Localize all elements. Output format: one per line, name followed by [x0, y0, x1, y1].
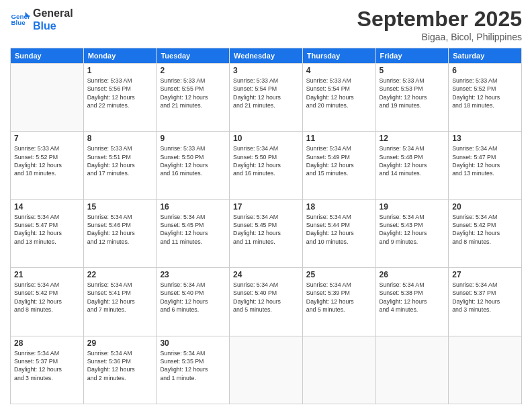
day-number: 4	[306, 66, 372, 75]
header: General Blue General Blue September 2025…	[10, 7, 522, 42]
day-number: 1	[87, 66, 153, 75]
day-info: Sunrise: 5:34 AMSunset: 5:43 PMDaylight:…	[380, 213, 445, 246]
day-number: 9	[160, 134, 226, 143]
logo-general: General	[33, 7, 73, 19]
day-number: 2	[160, 66, 226, 75]
day-info: Sunrise: 5:34 AMSunset: 5:39 PMDaylight:…	[306, 281, 372, 314]
day-cell: 8Sunrise: 5:33 AMSunset: 5:51 PMDaylight…	[83, 132, 157, 199]
day-info: Sunrise: 5:34 AMSunset: 5:46 PMDaylight:…	[87, 213, 153, 246]
day-cell: 30Sunrise: 5:34 AMSunset: 5:35 PMDayligh…	[157, 336, 230, 404]
day-header-tuesday: Tuesday	[157, 48, 230, 64]
day-number: 23	[160, 270, 226, 279]
day-cell	[302, 336, 375, 404]
day-info: Sunrise: 5:34 AMSunset: 5:47 PMDaylight:…	[14, 213, 80, 246]
day-info: Sunrise: 5:34 AMSunset: 5:40 PMDaylight:…	[233, 281, 299, 314]
day-number: 12	[380, 134, 445, 143]
day-number: 20	[452, 202, 518, 212]
day-number: 6	[452, 66, 518, 75]
day-cell: 23Sunrise: 5:34 AMSunset: 5:40 PMDayligh…	[157, 268, 230, 336]
day-cell: 19Sunrise: 5:34 AMSunset: 5:43 PMDayligh…	[375, 199, 449, 267]
day-number: 3	[233, 66, 299, 75]
day-cell: 1Sunrise: 5:33 AMSunset: 5:56 PMDaylight…	[83, 64, 157, 132]
day-number: 21	[14, 270, 80, 279]
day-cell	[11, 64, 84, 132]
day-info: Sunrise: 5:34 AMSunset: 5:48 PMDaylight:…	[380, 144, 445, 177]
day-cell: 2Sunrise: 5:33 AMSunset: 5:55 PMDaylight…	[157, 64, 230, 132]
day-info: Sunrise: 5:33 AMSunset: 5:55 PMDaylight:…	[160, 77, 226, 109]
day-cell: 10Sunrise: 5:34 AMSunset: 5:50 PMDayligh…	[230, 132, 303, 199]
day-cell: 24Sunrise: 5:34 AMSunset: 5:40 PMDayligh…	[230, 268, 303, 336]
day-cell: 20Sunrise: 5:34 AMSunset: 5:42 PMDayligh…	[449, 199, 522, 267]
day-cell: 11Sunrise: 5:34 AMSunset: 5:49 PMDayligh…	[302, 132, 375, 199]
day-number: 7	[14, 134, 80, 143]
day-cell: 18Sunrise: 5:34 AMSunset: 5:44 PMDayligh…	[302, 199, 375, 267]
day-number: 13	[452, 134, 518, 143]
day-info: Sunrise: 5:34 AMSunset: 5:44 PMDaylight:…	[306, 213, 372, 246]
day-info: Sunrise: 5:33 AMSunset: 5:52 PMDaylight:…	[14, 144, 80, 177]
day-info: Sunrise: 5:33 AMSunset: 5:54 PMDaylight:…	[306, 77, 372, 109]
day-number: 19	[380, 202, 445, 212]
day-cell: 15Sunrise: 5:34 AMSunset: 5:46 PMDayligh…	[83, 199, 157, 267]
day-number: 29	[87, 338, 153, 348]
day-info: Sunrise: 5:33 AMSunset: 5:52 PMDaylight:…	[452, 77, 518, 109]
day-cell: 4Sunrise: 5:33 AMSunset: 5:54 PMDaylight…	[302, 64, 375, 132]
day-cell: 13Sunrise: 5:34 AMSunset: 5:47 PMDayligh…	[449, 132, 522, 199]
day-cell	[375, 336, 449, 404]
day-cell: 3Sunrise: 5:33 AMSunset: 5:54 PMDaylight…	[230, 64, 303, 132]
day-number: 15	[87, 202, 153, 212]
day-header-sunday: Sunday	[11, 48, 84, 64]
logo-blue: Blue	[33, 19, 73, 32]
day-cell: 25Sunrise: 5:34 AMSunset: 5:39 PMDayligh…	[302, 268, 375, 336]
logo: General Blue General Blue	[10, 7, 73, 32]
day-cell	[230, 336, 303, 404]
day-cell: 7Sunrise: 5:33 AMSunset: 5:52 PMDaylight…	[11, 132, 84, 199]
day-info: Sunrise: 5:33 AMSunset: 5:54 PMDaylight:…	[233, 77, 299, 109]
day-cell: 6Sunrise: 5:33 AMSunset: 5:52 PMDaylight…	[449, 64, 522, 132]
day-cell: 9Sunrise: 5:33 AMSunset: 5:50 PMDaylight…	[157, 132, 230, 199]
day-number: 27	[452, 270, 518, 279]
day-cell: 5Sunrise: 5:33 AMSunset: 5:53 PMDaylight…	[375, 64, 449, 132]
day-number: 16	[160, 202, 226, 212]
day-number: 28	[14, 338, 80, 348]
day-number: 18	[306, 202, 372, 212]
day-number: 14	[14, 202, 80, 212]
day-number: 11	[306, 134, 372, 143]
week-row-4: 21Sunrise: 5:34 AMSunset: 5:42 PMDayligh…	[11, 268, 522, 336]
svg-text:Blue: Blue	[11, 19, 26, 26]
day-info: Sunrise: 5:34 AMSunset: 5:50 PMDaylight:…	[233, 144, 299, 177]
day-info: Sunrise: 5:34 AMSunset: 5:49 PMDaylight:…	[306, 144, 372, 177]
day-header-saturday: Saturday	[449, 48, 522, 64]
title-block: September 2025 Bigaa, Bicol, Philippines	[357, 7, 522, 42]
day-number: 17	[233, 202, 299, 212]
day-cell	[449, 336, 522, 404]
day-cell: 27Sunrise: 5:34 AMSunset: 5:37 PMDayligh…	[449, 268, 522, 336]
day-info: Sunrise: 5:34 AMSunset: 5:36 PMDaylight:…	[87, 349, 153, 382]
day-header-friday: Friday	[375, 48, 449, 64]
week-row-2: 7Sunrise: 5:33 AMSunset: 5:52 PMDaylight…	[11, 132, 522, 199]
month-title: September 2025	[357, 7, 522, 32]
day-cell: 29Sunrise: 5:34 AMSunset: 5:36 PMDayligh…	[83, 336, 157, 404]
day-info: Sunrise: 5:34 AMSunset: 5:35 PMDaylight:…	[160, 349, 226, 382]
day-info: Sunrise: 5:34 AMSunset: 5:42 PMDaylight:…	[452, 213, 518, 246]
day-info: Sunrise: 5:34 AMSunset: 5:37 PMDaylight:…	[14, 349, 80, 382]
day-number: 26	[380, 270, 445, 279]
week-row-1: 1Sunrise: 5:33 AMSunset: 5:56 PMDaylight…	[11, 64, 522, 132]
week-row-3: 14Sunrise: 5:34 AMSunset: 5:47 PMDayligh…	[11, 199, 522, 267]
day-cell: 26Sunrise: 5:34 AMSunset: 5:38 PMDayligh…	[375, 268, 449, 336]
location: Bigaa, Bicol, Philippines	[357, 32, 522, 42]
day-number: 5	[380, 66, 445, 75]
day-cell: 21Sunrise: 5:34 AMSunset: 5:42 PMDayligh…	[11, 268, 84, 336]
calendar-header-row: SundayMondayTuesdayWednesdayThursdayFrid…	[11, 48, 522, 64]
day-info: Sunrise: 5:34 AMSunset: 5:37 PMDaylight:…	[452, 281, 518, 314]
day-info: Sunrise: 5:34 AMSunset: 5:45 PMDaylight:…	[233, 213, 299, 246]
day-number: 30	[160, 338, 226, 348]
day-info: Sunrise: 5:34 AMSunset: 5:45 PMDaylight:…	[160, 213, 226, 246]
day-number: 25	[306, 270, 372, 279]
logo-icon: General Blue	[10, 9, 30, 30]
day-cell: 22Sunrise: 5:34 AMSunset: 5:41 PMDayligh…	[83, 268, 157, 336]
day-info: Sunrise: 5:33 AMSunset: 5:50 PMDaylight:…	[160, 144, 226, 177]
day-number: 10	[233, 134, 299, 143]
day-header-wednesday: Wednesday	[230, 48, 303, 64]
page: General Blue General Blue September 2025…	[0, 0, 532, 411]
day-info: Sunrise: 5:33 AMSunset: 5:56 PMDaylight:…	[87, 77, 153, 109]
